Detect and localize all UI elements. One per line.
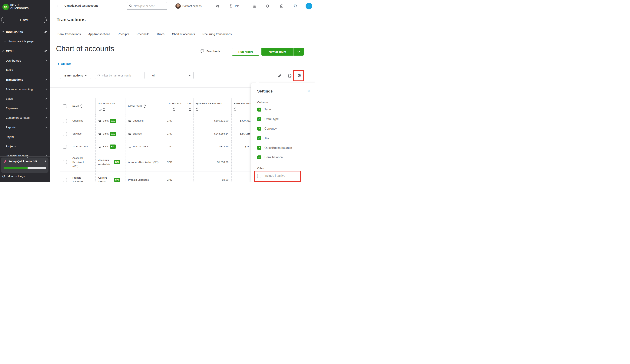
menu-settings-button[interactable]: ⚙ Menu settings (2, 174, 24, 178)
tab[interactable]: Bank transactions (58, 32, 81, 39)
sort-icon[interactable] (144, 105, 146, 108)
sidebar-menu-item[interactable]: Dashboards (0, 56, 50, 65)
col-header-detail-type[interactable]: DETAIL TYPE (128, 105, 142, 107)
sidebar-menu-item[interactable]: Expenses (0, 103, 50, 113)
sidebar-menu-item[interactable]: Sales (0, 94, 50, 103)
sort-icon[interactable] (190, 108, 191, 111)
bank-feed-icon (98, 120, 101, 122)
feedback-bubble-icon (200, 49, 204, 53)
column-option-label: Bank balance (264, 156, 283, 159)
checkbox[interactable]: ✓ (257, 117, 261, 121)
all-lists-label: All lists (61, 62, 71, 66)
close-icon[interactable]: ✕ (307, 89, 310, 93)
bookmark-this-page[interactable]: + Bookmark this page (0, 38, 50, 44)
tab[interactable]: Reconcile (136, 32, 150, 39)
sidebar-menu-item[interactable]: Reports (0, 123, 50, 132)
global-search[interactable] (127, 2, 167, 10)
chevron-right-icon (45, 79, 47, 81)
bookmarks-label: BOOKMARKS (6, 30, 23, 33)
edit-menu-icon[interactable] (44, 49, 47, 53)
print-button[interactable] (288, 74, 292, 79)
setup-progress-bar (4, 167, 46, 169)
user-avatar-button[interactable]: T (306, 0, 312, 12)
edit-columns-button[interactable] (278, 74, 282, 79)
col-header-account-type[interactable]: ACCOUNT TYPE (98, 103, 116, 105)
other-section-label: Other (257, 167, 264, 170)
tab[interactable]: App transactions (88, 32, 110, 39)
collapse-sidebar-icon[interactable] (54, 5, 58, 7)
sort-icon[interactable] (174, 108, 175, 111)
sidebar-menu-item[interactable]: Payroll (0, 132, 50, 142)
detail-type-cell: Trust account (132, 145, 148, 149)
new-account-dropdown[interactable] (294, 48, 304, 56)
checkbox[interactable]: ✓ (257, 127, 261, 131)
column-option[interactable]: ✓ Currency (257, 124, 312, 134)
search-input[interactable] (134, 4, 162, 7)
column-option[interactable]: ✓ Bank balance (257, 153, 312, 162)
currency-cell: CAD (167, 132, 172, 136)
col-header-currency[interactable]: CURRENCY (169, 103, 182, 105)
col-header-name[interactable]: NAME (72, 105, 79, 107)
table-row[interactable]: Savings Bank BAL Savings CAD $243,265.1 (60, 127, 256, 140)
currency-cell: CAD (167, 178, 172, 182)
help-icon[interactable]: ? (99, 108, 102, 111)
sort-icon[interactable] (81, 105, 82, 108)
row-checkbox[interactable] (63, 160, 67, 164)
sidebar-menu-item[interactable]: Advanced accounting (0, 84, 50, 94)
checkbox[interactable]: ✓ (257, 108, 261, 112)
setup-quickbooks-link[interactable]: Set up Quickbooks 3/5 (1, 158, 48, 163)
notifications-button[interactable] (266, 0, 269, 12)
sidebar-menu-item[interactable]: Transactions (0, 75, 50, 84)
table-row[interactable]: Chequing Bank BAL Chequing CAD $300,331 (60, 114, 256, 127)
tab[interactable]: Chart of accounts (172, 32, 195, 39)
checkbox[interactable]: ✓ (257, 156, 261, 159)
announcements-button[interactable] (216, 0, 220, 12)
col-header-bank-balance[interactable]: BANK BALANCE (234, 103, 252, 105)
sort-icon[interactable] (235, 108, 236, 111)
sort-icon[interactable] (196, 108, 198, 111)
run-report-button[interactable]: Run report (232, 48, 259, 56)
row-checkbox[interactable] (63, 145, 67, 149)
column-option[interactable]: ✓ QuickBooks balance (257, 143, 312, 153)
checkbox[interactable]: ✓ (257, 136, 261, 140)
tab[interactable]: Rules (157, 32, 164, 39)
col-header-quickbooks-balance[interactable]: QUICKBOOKS BALANCE (196, 103, 223, 105)
filter-input[interactable] (102, 74, 142, 77)
table-row[interactable]: Accounts Receivable (A/R) Accounts recei… (60, 153, 256, 172)
table-row[interactable]: Trust account Bank BAL Trust account CAD (60, 140, 256, 153)
new-account-button[interactable]: New account (262, 48, 304, 56)
column-option[interactable]: ✓ Detail type (257, 114, 312, 124)
column-option[interactable]: ✓ Type (257, 105, 312, 114)
edit-bookmarks-icon[interactable] (44, 30, 47, 33)
contact-experts-button[interactable]: Contact experts (182, 0, 202, 12)
batch-actions-button[interactable]: Batch actions (60, 72, 91, 79)
settings-button[interactable]: ⚙ (293, 0, 297, 12)
help-label: Help (234, 4, 239, 7)
apps-button[interactable] (253, 0, 256, 12)
checkbox[interactable]: ✓ (257, 146, 261, 150)
filter-field[interactable] (95, 72, 144, 79)
contact-experts-label: Contact experts (182, 4, 202, 7)
bookmarks-section-header[interactable]: BOOKMARKS (0, 29, 50, 35)
menu-section-header[interactable]: MENU (0, 48, 50, 54)
sidebar-menu-item[interactable]: Projects (0, 142, 50, 151)
all-lists-link[interactable]: All lists (58, 62, 71, 66)
tasks-button[interactable] (280, 0, 283, 12)
column-option[interactable]: ✓ Tax (257, 133, 312, 143)
new-button[interactable]: + New (1, 17, 47, 23)
sidebar-menu-item[interactable]: Customers & leads (0, 113, 50, 123)
row-checkbox[interactable] (63, 178, 67, 182)
sort-icon[interactable] (103, 108, 105, 111)
chevron-right-icon (44, 160, 46, 162)
tab[interactable]: Recurring transactions (202, 32, 232, 39)
sidebar-menu-item[interactable]: Tasks (0, 65, 50, 75)
tab[interactable]: Receipts (118, 32, 129, 39)
select-all-checkbox[interactable] (63, 104, 67, 108)
row-checkbox[interactable] (63, 119, 67, 123)
help-button[interactable]: ? Help (229, 0, 239, 12)
row-checkbox[interactable] (63, 132, 67, 136)
table-row[interactable]: Prepaid expenses Current assets BAL Prep… (60, 172, 256, 182)
col-header-tax[interactable]: TAX (187, 103, 192, 105)
type-filter-select[interactable]: All (149, 72, 194, 79)
feedback-button[interactable]: Feedback (200, 49, 220, 53)
